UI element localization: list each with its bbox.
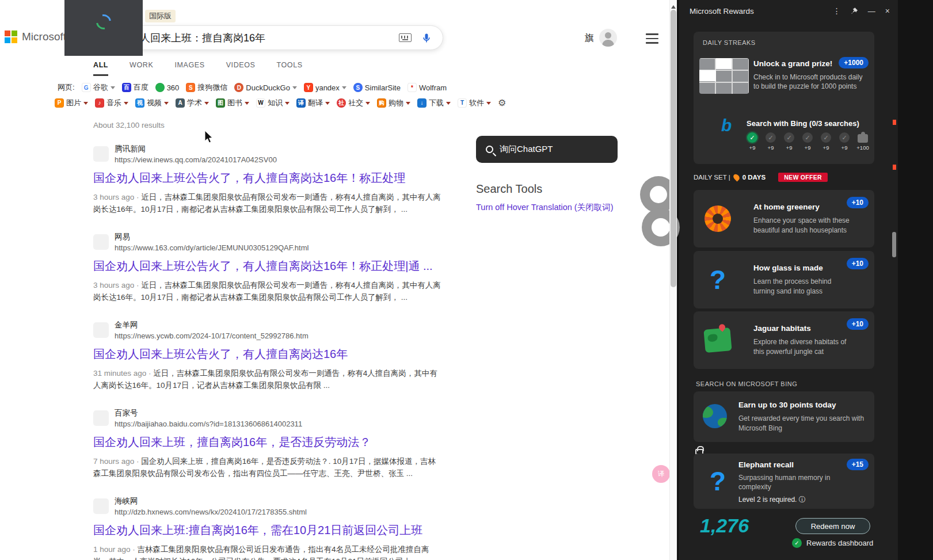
card-title: At home greenery	[753, 203, 820, 211]
search-input[interactable]: 国企劝人回来上班：擅自离岗16年	[109, 31, 399, 45]
card-title: Elephant recall	[738, 460, 794, 469]
daily-card-greenery[interactable]: At home greenery +10 Enhance your space …	[694, 190, 874, 247]
streak-step[interactable]: ✓ +9	[765, 132, 776, 151]
microsoft-logo-icon	[5, 31, 17, 43]
result-title-link[interactable]: 国企劝人回来上班公告火了，有人擅自离岗达16年！称正处理	[93, 170, 443, 186]
shortcut-yandex[interactable]: Y yandex	[304, 83, 346, 92]
shortcut-books[interactable]: 图 图书	[216, 98, 249, 108]
shortcut-label: yandex	[315, 83, 340, 92]
chevron-down-icon	[204, 102, 209, 107]
result-title-link[interactable]: 国企劝人回来上班:擅自离岗16年，需在10月21日前返回公司上班	[93, 523, 443, 538]
shortcut-social[interactable]: 社 社交	[337, 98, 370, 108]
shortcut-shopping[interactable]: 购 购物	[377, 98, 410, 108]
result-source: 海峡网	[115, 496, 307, 506]
streak-step-final[interactable]: +100	[857, 132, 869, 151]
grand-prize-title: Unlock a grand prize!	[753, 59, 832, 68]
shortcut-academic[interactable]: A 学术	[176, 98, 209, 108]
page-scrollbar[interactable]	[669, 0, 677, 560]
site-favicon	[93, 322, 109, 338]
result-title-link[interactable]: 国企劝人回来上班公告火了，有人擅自离岗达16年！称正处理|通 ...	[93, 258, 443, 274]
rewards-footer: 1,276 Redeem now ✓ Rewards dashboard	[679, 511, 898, 560]
hover-translation-toggle-link[interactable]: Turn off Hover Translation (关闭取词)	[476, 202, 614, 213]
hamburger-menu[interactable]	[646, 33, 658, 47]
translate-bubble-button[interactable]: 译	[652, 465, 670, 483]
streak-step[interactable]: ✓ +9	[839, 132, 850, 151]
microphone-icon[interactable]	[421, 32, 432, 44]
result-time: 3 hours ago ·	[93, 281, 139, 289]
shortcut-baidu[interactable]: 百 百度	[122, 82, 148, 93]
dashboard-label: Rewards dashboard	[806, 539, 873, 547]
close-icon[interactable]: ×	[885, 6, 890, 16]
chevron-down-icon	[124, 102, 128, 107]
ask-chatgpt-button[interactable]: 询问ChatGPT	[476, 136, 618, 163]
tab-tools[interactable]: TOOLS	[276, 61, 302, 76]
music-icon: ♪	[95, 98, 104, 108]
locked-card-elephant[interactable]: ? Elephant recall +15 Surpassing human m…	[694, 454, 874, 509]
shortcut-software[interactable]: T 软件	[458, 98, 491, 108]
globe-icon	[703, 404, 727, 428]
daily-card-jaguar[interactable]: Jaguar habitats +10 Explore the diverse …	[694, 311, 874, 369]
shortcut-360[interactable]: 360	[155, 83, 180, 92]
flower-icon	[704, 205, 731, 232]
question-mark-icon: ?	[710, 468, 726, 494]
tab-all[interactable]: ALL	[93, 61, 108, 76]
daily-card-glass[interactable]: ? How glass is made +10 Learn the proces…	[694, 251, 874, 308]
shortcut-translate[interactable]: 译 翻译	[296, 98, 330, 108]
shortcut-pictures[interactable]: P 图片	[55, 98, 88, 108]
result-snippet-text: 近日，吉林森工集团泉阳泉饮品有限公司发布一则通告，称有4人擅自离岗，其中有人离岗…	[93, 281, 441, 302]
rewards-dashboard-link[interactable]: ✓ Rewards dashboard	[792, 538, 873, 548]
translate-icon: 译	[296, 98, 306, 108]
streak-step[interactable]: ✓ +9	[783, 132, 795, 151]
streak-step[interactable]: ✓ +9	[747, 132, 758, 151]
duckduckgo-icon: D	[234, 83, 243, 92]
streak-step[interactable]: ✓ +9	[802, 132, 813, 151]
scroll-up-arrow-icon[interactable]	[671, 3, 676, 9]
result-title-link[interactable]: 国企劝人回来上班，擅自离岗16年，是否违反劳动法？	[93, 435, 443, 450]
check-icon: ✓	[747, 132, 757, 143]
shortcut-video[interactable]: 视 视频	[135, 98, 169, 108]
panel-scrollbar-thumb[interactable]	[892, 232, 896, 257]
earn-points-card[interactable]: Earn up to 30 points today Get rewarded …	[694, 391, 874, 442]
shortcut-wolfram[interactable]: * Wolfram	[408, 83, 447, 92]
shortcut-download[interactable]: ↓ 下载	[417, 98, 451, 108]
shortcut-similarsite[interactable]: S SimilarSite	[353, 83, 401, 92]
streak-steps: ✓ +9 ✓ +9 ✓ +9 ✓ +9 ✓ +9	[747, 132, 869, 151]
result-source: 百家号	[115, 408, 302, 418]
loading-spinner-icon	[93, 11, 114, 32]
result-snippet-text: 国企劝人回来上班，擅自离岗16年，是否违反劳动法？. 10月17日，据媒体报道，…	[93, 457, 436, 478]
gear-icon[interactable]: ⚙	[498, 97, 506, 108]
result-title-link[interactable]: 国企劝人回来上班公告火了，有人擅自离岗达16年	[93, 346, 443, 362]
tab-videos[interactable]: VIDEOS	[226, 61, 256, 76]
keyboard-icon[interactable]	[399, 33, 412, 42]
shortcut-duckduckgo[interactable]: D DuckDuckGo	[234, 83, 297, 92]
result-url: https://www.163.com/dy/article/JEMUNU030…	[115, 243, 309, 252]
download-icon: ↓	[417, 98, 426, 108]
bing-search-page: Microsoft Bing 国际版 国企劝人回来上班：擅自离岗16年 旗 AL…	[0, 0, 677, 560]
shortcut-sogou-weixin[interactable]: S 搜狗微信	[186, 82, 227, 93]
shortcut-label: SimilarSite	[365, 83, 401, 92]
shortcut-knowledge[interactable]: W 知识	[256, 98, 290, 108]
redeem-now-button[interactable]: Redeem now	[795, 518, 870, 534]
software-icon: T	[458, 98, 467, 108]
shortcut-google[interactable]: G 谷歌	[82, 82, 115, 93]
tab-work[interactable]: WORK	[130, 61, 153, 76]
site-favicon	[93, 410, 109, 426]
tab-images[interactable]: IMAGES	[174, 61, 204, 76]
shortcut-music[interactable]: ♪ 音乐	[95, 98, 128, 108]
results-count: About 32,100 results	[93, 121, 443, 129]
minimize-icon[interactable]: —	[868, 7, 875, 16]
points-badge: +10	[847, 258, 869, 269]
360-icon	[155, 83, 165, 92]
more-options-icon[interactable]: ⋮	[833, 6, 841, 16]
streak-step[interactable]: ✓ +9	[820, 132, 832, 151]
intl-version-label[interactable]: 国际版	[145, 10, 176, 22]
chevron-down-icon	[446, 102, 451, 107]
search-result: 网易 https://www.163.com/dy/article/JEMUNU…	[93, 232, 443, 303]
scrollbar-thumb[interactable]	[671, 10, 676, 287]
academic-icon: A	[176, 98, 185, 108]
pin-icon[interactable]	[851, 7, 858, 15]
microsoft-rewards-panel: Microsoft Rewards ⋮ — × DAILY STREAKS Un…	[679, 0, 898, 560]
profile-avatar[interactable]	[599, 29, 617, 47]
chevron-down-icon	[342, 86, 346, 92]
result-snippet: 7 hours ago · 国企劝人回来上班，擅自离岗16年，是否违反劳动法？.…	[93, 455, 443, 479]
